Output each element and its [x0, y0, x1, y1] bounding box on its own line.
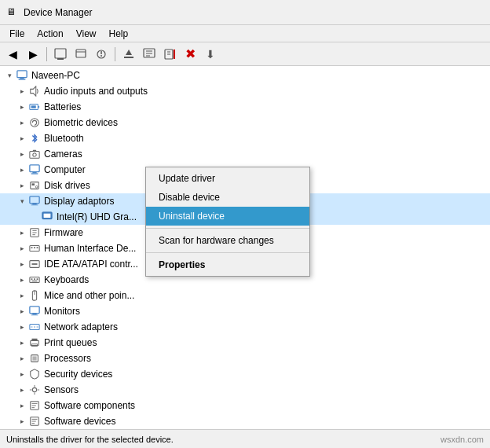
tb-btn-5[interactable] [140, 46, 159, 63]
title-bar: 🖥 Device Manager [0, 0, 490, 25]
tree-item[interactable]: ▸Software devices [0, 413, 490, 429]
item-icon [28, 242, 41, 255]
expand-icon[interactable]: ▸ [16, 242, 28, 255]
tree-item[interactable]: ▸Processors [0, 351, 490, 366]
expand-icon[interactable]: ▸ [16, 321, 28, 333]
item-icon [28, 226, 41, 239]
uninstall-button[interactable]: ✖ [181, 46, 199, 63]
expand-icon[interactable]: ▸ [16, 101, 28, 113]
svg-rect-63 [32, 356, 36, 360]
item-label: Disk drives [44, 180, 90, 191]
svg-rect-27 [30, 165, 39, 172]
expand-icon[interactable]: ▸ [16, 399, 28, 412]
expand-icon[interactable]: ▸ [16, 384, 28, 396]
tree-item[interactable]: ▸Cameras [0, 146, 490, 162]
expand-icon[interactable]: ▸ [16, 289, 28, 302]
item-icon [41, 211, 53, 223]
svg-point-26 [33, 153, 36, 156]
svg-rect-17 [17, 71, 27, 78]
tree-item[interactable]: ▸Audio inputs and outputs [0, 83, 490, 99]
expand-icon[interactable]: ▸ [16, 305, 28, 318]
tree-item[interactable]: ▸Software components [0, 398, 490, 413]
context-menu-item-disable-device[interactable]: Disable device [146, 188, 309, 207]
svg-point-24 [31, 119, 39, 127]
item-icon [28, 163, 41, 176]
item-icon [28, 336, 41, 349]
tb-btn-1[interactable] [51, 46, 70, 63]
menu-item-view[interactable]: View [70, 27, 103, 41]
tree-root[interactable]: ▾ Naveen-PC [0, 68, 490, 83]
expand-icon[interactable]: ▸ [16, 258, 28, 270]
item-label: Software devices [44, 416, 115, 427]
svg-rect-18 [20, 78, 24, 79]
item-label: Software components [44, 400, 135, 411]
expand-icon[interactable]: ▸ [16, 132, 28, 145]
expand-icon[interactable] [28, 211, 41, 223]
item-label: Sensors [44, 384, 79, 395]
tree-item[interactable]: ▸Bluetooth [0, 130, 490, 146]
item-icon [28, 195, 41, 207]
expand-icon[interactable]: ▸ [16, 274, 28, 286]
item-label: Keyboards [44, 274, 89, 285]
expand-icon[interactable]: ▸ [16, 179, 28, 192]
tree-item[interactable]: ▸Biometric devices [0, 115, 490, 130]
expand-icon[interactable]: ▸ [16, 148, 28, 160]
menu-item-action[interactable]: Action [31, 27, 69, 41]
item-icon [28, 368, 41, 380]
main-content: ▾ Naveen-PC ▸Audio inputs and outputs▸Ba… [0, 66, 490, 429]
root-icon [16, 69, 28, 82]
expand-icon[interactable]: ▸ [16, 116, 28, 129]
menu-item-help[interactable]: Help [103, 27, 135, 41]
expand-icon[interactable]: ▸ [16, 415, 28, 428]
svg-rect-49 [31, 278, 33, 280]
item-icon [28, 415, 41, 428]
svg-rect-23 [31, 105, 36, 108]
item-label: Network adapters [44, 321, 118, 332]
tree-item[interactable]: ▸Mice and other poin... [0, 288, 490, 303]
expand-icon[interactable]: ▸ [16, 163, 28, 176]
item-label: Human Interface De... [44, 243, 136, 254]
item-icon [28, 258, 41, 270]
svg-rect-51 [37, 278, 38, 280]
tree-item[interactable]: ▸Network adapters [0, 319, 490, 335]
item-icon [28, 321, 41, 333]
svg-rect-54 [30, 307, 39, 314]
back-button[interactable]: ◀ [3, 46, 22, 63]
item-icon [28, 85, 41, 97]
expand-icon[interactable]: ▸ [16, 336, 28, 349]
svg-rect-33 [30, 196, 39, 204]
svg-rect-52 [32, 281, 38, 281]
item-icon [28, 101, 41, 113]
svg-rect-0 [55, 49, 66, 58]
scan-button[interactable]: ⬇ [201, 46, 220, 63]
svg-rect-60 [32, 339, 38, 341]
tree-item[interactable]: ▸Batteries [0, 99, 490, 115]
item-label: Audio inputs and outputs [44, 86, 148, 97]
svg-rect-50 [34, 278, 35, 280]
tree-item[interactable]: ▸Sensors [0, 382, 490, 398]
tb-btn-2[interactable] [71, 46, 90, 63]
expand-icon[interactable]: ▸ [16, 368, 28, 380]
context-menu-item-properties[interactable]: Properties [146, 255, 309, 274]
tb-btn-3[interactable] [92, 46, 111, 63]
context-menu-item-update-driver[interactable]: Update driver [146, 169, 309, 188]
menu-item-file[interactable]: File [3, 27, 31, 41]
context-menu-separator [146, 228, 309, 229]
svg-point-32 [35, 185, 38, 188]
context-menu-item-scan-for-hardware-changes[interactable]: Scan for hardware changes [146, 231, 309, 250]
expand-icon[interactable]: ▸ [16, 85, 28, 97]
tree-item[interactable]: ▸Print queues [0, 335, 490, 351]
tb-btn-4[interactable] [119, 46, 138, 63]
tb-btn-6[interactable] [160, 46, 179, 63]
forward-button[interactable]: ▶ [24, 46, 42, 63]
expand-root[interactable]: ▾ [3, 69, 16, 82]
expand-icon[interactable]: ▾ [16, 195, 28, 207]
svg-rect-34 [32, 204, 36, 205]
tree-item[interactable]: ▸Security devices [0, 366, 490, 382]
expand-icon[interactable]: ▸ [16, 226, 28, 239]
menu-bar: FileActionViewHelp [0, 25, 490, 42]
context-menu-item-uninstall-device[interactable]: Uninstall device [146, 207, 309, 226]
expand-icon[interactable]: ▸ [16, 352, 28, 365]
tree-item[interactable]: ▸Monitors [0, 303, 490, 319]
item-label: Cameras [44, 149, 82, 160]
